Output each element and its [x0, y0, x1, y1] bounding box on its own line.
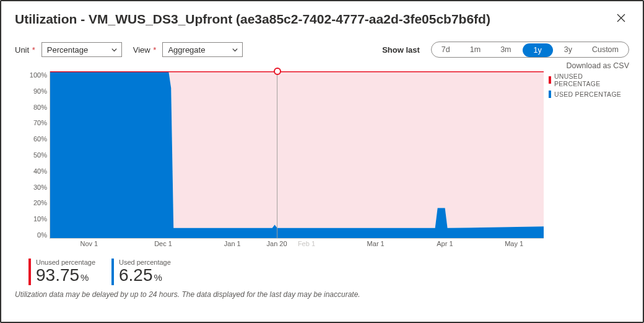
- y-axis: 100%90%80%70%60%50%40%30%20%10%0%: [15, 71, 47, 239]
- footnote: Utilization data may be delayed by up to…: [15, 290, 629, 299]
- swatch-unused-icon: [549, 76, 551, 84]
- view-value: Aggregate: [168, 45, 205, 55]
- unit-dropdown[interactable]: Percentage: [41, 42, 122, 57]
- legend-unused: UNUSED PERCENTAGE: [549, 73, 629, 87]
- range-3m[interactable]: 3m: [490, 42, 521, 57]
- chevron-down-icon: [111, 46, 118, 53]
- range-3y[interactable]: 3y: [554, 42, 582, 57]
- stats-row: Unused percentage 93.75% Used percentage…: [28, 259, 629, 285]
- download-csv-link[interactable]: Download as CSV: [567, 61, 629, 70]
- stat-unused-value: 93.75%: [36, 266, 95, 285]
- svg-point-21: [274, 68, 281, 74]
- legend-used: USED PERCENTAGE: [549, 91, 629, 98]
- time-range-pillbar: 7d 1m 3m 1y 3y Custom: [431, 42, 629, 58]
- chevron-down-icon: [232, 46, 238, 53]
- x-axis: Nov 1Dec 1Jan 1Jan 20Feb 1Mar 1Apr 1May …: [50, 240, 544, 251]
- view-label: View *: [133, 45, 157, 55]
- utilization-panel: Utilization - VM_WUS_DS3_Upfront (ae3a85…: [0, 0, 644, 323]
- range-1m[interactable]: 1m: [460, 42, 490, 57]
- swatch-used-icon: [549, 91, 551, 98]
- chart-row: 100%90%80%70%60%50%40%30%20%10%0% Nov 1D…: [15, 71, 629, 251]
- close-icon[interactable]: [613, 10, 629, 28]
- legend: UNUSED PERCENTAGE USED PERCENTAGE: [549, 71, 629, 101]
- download-row: Download as CSV: [15, 61, 629, 70]
- unit-label: Unit *: [15, 45, 35, 55]
- header: Utilization - VM_WUS_DS3_Upfront (ae3a85…: [15, 10, 629, 28]
- view-dropdown[interactable]: Aggregate: [162, 42, 243, 57]
- stat-used-value: 6.25%: [119, 266, 171, 285]
- chart-area: 100%90%80%70%60%50%40%30%20%10%0% Nov 1D…: [15, 71, 544, 251]
- stat-unused: Unused percentage 93.75%: [28, 259, 95, 285]
- stat-used: Used percentage 6.25%: [111, 259, 171, 285]
- range-7d[interactable]: 7d: [432, 42, 460, 57]
- plot-area[interactable]: [50, 71, 544, 239]
- unit-value: Percentage: [47, 45, 89, 55]
- range-1y[interactable]: 1y: [523, 43, 553, 57]
- page-title: Utilization - VM_WUS_DS3_Upfront (ae3a85…: [15, 12, 490, 27]
- show-last-label: Show last: [382, 45, 420, 55]
- range-custom[interactable]: Custom: [582, 42, 629, 57]
- controls-row: Unit * Percentage View * Aggregate Show …: [15, 42, 629, 58]
